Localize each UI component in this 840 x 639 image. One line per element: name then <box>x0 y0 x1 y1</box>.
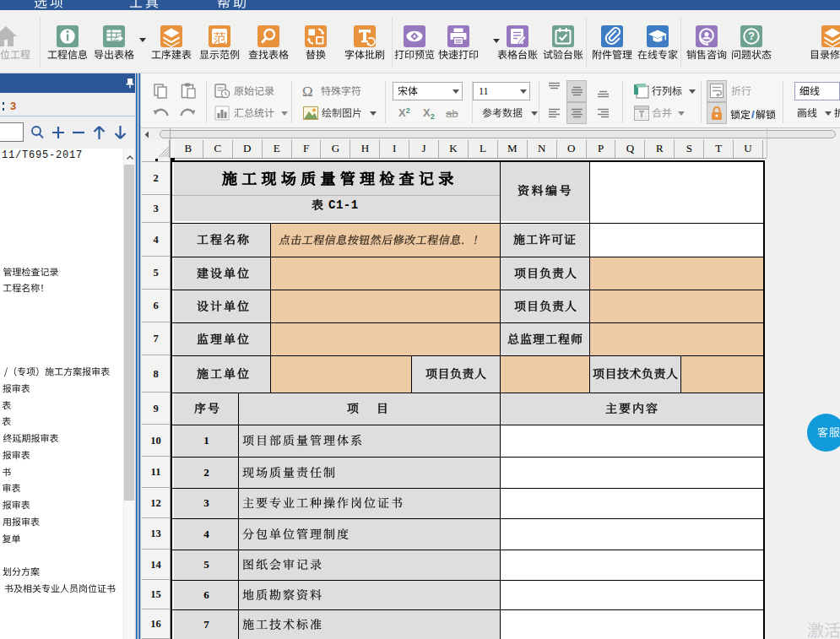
svg-text:?: ? <box>748 30 755 42</box>
